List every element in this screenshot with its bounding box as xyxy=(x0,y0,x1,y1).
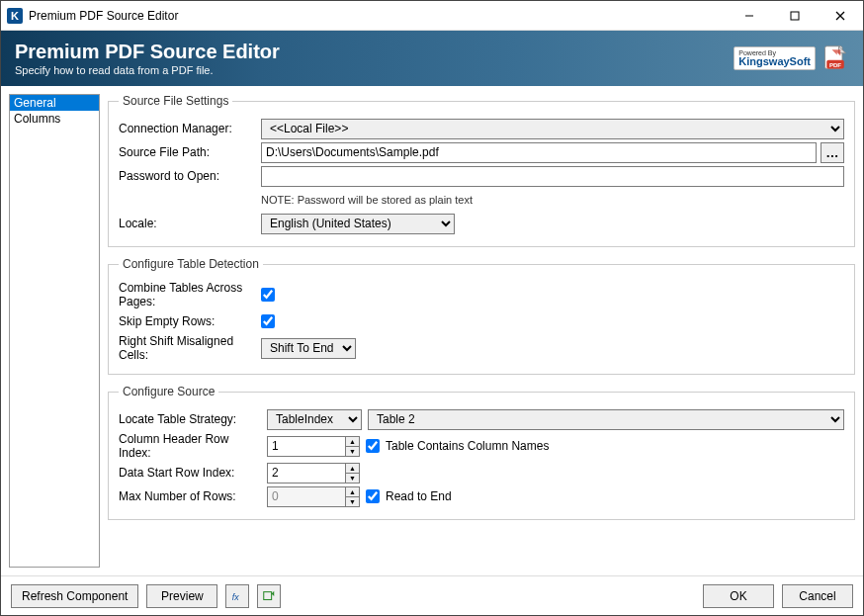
titlebar: K Premium PDF Source Editor xyxy=(1,1,863,31)
spin-down-icon[interactable]: ▼ xyxy=(345,447,359,456)
window: K Premium PDF Source Editor Premium PDF … xyxy=(0,0,864,616)
svg-text:fx: fx xyxy=(232,591,239,601)
reset-button[interactable] xyxy=(257,584,281,608)
sidebar-item-general[interactable]: General xyxy=(10,95,99,111)
skip-empty-label: Skip Empty Rows: xyxy=(119,314,261,328)
expression-fx-button[interactable]: fx xyxy=(225,584,249,608)
max-rows-label: Max Number of Rows: xyxy=(119,489,261,503)
spin-down-icon[interactable]: ▼ xyxy=(345,474,359,483)
sidebar-item-columns[interactable]: Columns xyxy=(10,111,99,127)
group-configure-source-legend: Configure Source xyxy=(119,385,218,398)
source-file-path-input[interactable] xyxy=(261,142,817,163)
footer: Refresh Component Preview fx OK Cancel xyxy=(1,575,863,615)
connection-manager-label: Connection Manager: xyxy=(119,122,261,135)
source-file-path-label: Source File Path: xyxy=(119,145,261,159)
locate-strategy-label: Locate Table Strategy: xyxy=(119,412,261,426)
table-select[interactable]: Table 2 xyxy=(368,409,844,430)
content: General Columns Source File Settings Con… xyxy=(1,86,863,575)
main-panel: Source File Settings Connection Manager:… xyxy=(108,94,855,568)
banner-title: Premium PDF Source Editor xyxy=(15,41,734,62)
locale-select[interactable]: English (United States) xyxy=(261,214,455,234)
banner: Premium PDF Source Editor Specify how to… xyxy=(1,31,863,86)
svg-rect-9 xyxy=(264,591,272,599)
right-shift-label: Right Shift Misaligned Cells: xyxy=(119,334,261,362)
spin-up-icon: ▲ xyxy=(345,487,359,497)
group-source-file: Source File Settings Connection Manager:… xyxy=(108,94,855,247)
browse-file-button[interactable]: … xyxy=(821,142,844,163)
password-note: NOTE: Password will be stored as plain t… xyxy=(261,194,473,206)
minimize-button[interactable] xyxy=(727,1,772,31)
spin-down-icon: ▼ xyxy=(345,497,359,506)
combine-tables-label: Combine Tables Across Pages: xyxy=(119,281,261,308)
sidebar: General Columns xyxy=(9,94,100,568)
right-shift-select[interactable]: Shift To End xyxy=(261,338,356,359)
read-to-end-label: Read to End xyxy=(386,489,452,503)
spin-up-icon[interactable]: ▲ xyxy=(345,437,359,447)
locate-strategy-select[interactable]: TableIndex xyxy=(267,409,362,430)
group-table-detection-legend: Configure Table Detection xyxy=(119,257,263,271)
header-row-index-label: Column Header Row Index: xyxy=(119,432,261,460)
group-table-detection: Configure Table Detection Combine Tables… xyxy=(108,257,855,375)
password-label: Password to Open: xyxy=(119,169,261,183)
data-start-row-spinner[interactable]: ▲▼ xyxy=(267,463,360,484)
group-source-file-legend: Source File Settings xyxy=(119,94,232,108)
close-button[interactable] xyxy=(818,1,863,31)
contains-column-names-label: Table Contains Column Names xyxy=(386,439,549,453)
ok-button[interactable]: OK xyxy=(703,584,774,608)
combine-tables-checkbox[interactable] xyxy=(261,288,275,302)
cancel-button[interactable]: Cancel xyxy=(782,584,853,608)
window-title: Premium PDF Source Editor xyxy=(29,9,727,23)
spin-up-icon[interactable]: ▲ xyxy=(345,464,359,474)
preview-button[interactable]: Preview xyxy=(146,584,217,608)
connection-manager-select[interactable]: <<Local File>> xyxy=(261,119,844,139)
banner-subtitle: Specify how to read data from a PDF file… xyxy=(15,64,734,76)
kingswaysoft-logo: Powered By KingswaySoft xyxy=(734,46,816,70)
app-logo-icon: K xyxy=(7,8,23,24)
refresh-component-button[interactable]: Refresh Component xyxy=(11,584,138,608)
group-configure-source: Configure Source Locate Table Strategy: … xyxy=(108,385,855,520)
maximize-button[interactable] xyxy=(772,1,818,31)
svg-text:PDF: PDF xyxy=(829,61,841,68)
data-start-row-label: Data Start Row Index: xyxy=(119,466,261,480)
contains-column-names-checkbox[interactable] xyxy=(366,439,380,453)
password-input[interactable] xyxy=(261,166,844,187)
svg-rect-1 xyxy=(791,12,799,20)
max-rows-spinner[interactable]: ▲▼ xyxy=(267,486,360,507)
skip-empty-checkbox[interactable] xyxy=(261,314,275,328)
locale-label: Locale: xyxy=(119,217,261,230)
read-to-end-checkbox[interactable] xyxy=(366,489,380,503)
pdf-icon: PDF xyxy=(821,44,849,72)
header-row-index-spinner[interactable]: ▲▼ xyxy=(267,436,360,457)
